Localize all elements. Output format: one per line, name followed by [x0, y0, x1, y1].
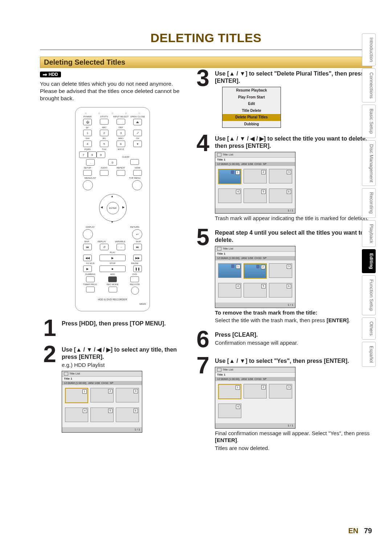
title-list-step5: Title List Title 1 12:00AM (1:00:00) JAN…: [215, 246, 295, 308]
trash-icon: [231, 264, 234, 268]
step-2: 2 Use [▲ / ▼ / ◀ / ▶] to select any titl…: [40, 344, 185, 433]
trash-icon: [256, 265, 260, 268]
remote-skip-back[interactable]: ⏮: [83, 244, 92, 250]
remote-ffwd[interactable]: ▶▶: [133, 255, 142, 261]
thumb-5[interactable]: 5: [90, 408, 114, 422]
tab-connections[interactable]: Connections: [362, 68, 376, 102]
menu-play-start[interactable]: Play From Start: [222, 94, 281, 101]
remote-rec-button[interactable]: [131, 287, 139, 295]
title-list-step4: Title List Title 1 12:00AM (1:00:00) JAN…: [215, 152, 295, 214]
remote-recmode-button[interactable]: [109, 287, 117, 292]
remote-num-8[interactable]: 8: [88, 151, 97, 158]
remote-dot[interactable]: .: [86, 159, 95, 166]
tab-introduction[interactable]: Introduction: [362, 33, 376, 66]
tab-playback[interactable]: Playback: [362, 220, 376, 247]
remote-num-4[interactable]: 4: [83, 141, 92, 147]
remote-play-button[interactable]: ▶: [99, 255, 126, 261]
remote-hdd-button[interactable]: [108, 276, 117, 282]
remote-dvd-button[interactable]: [130, 276, 139, 282]
remote-model: NB345: [79, 303, 146, 305]
right-icon[interactable]: ▶: [122, 206, 124, 209]
tab-editing[interactable]: Editing: [362, 249, 376, 273]
remote-dtvtv-button[interactable]: [100, 119, 109, 125]
right-column: 3 Use [▲ / ▼] to select "Delete Plural T…: [193, 68, 372, 457]
tab-function-setup[interactable]: Function Setup: [362, 275, 376, 315]
menu-dubbing[interactable]: Dubbing: [222, 121, 281, 128]
remote-display-button[interactable]: [83, 229, 93, 239]
remote-num-1[interactable]: 1: [83, 130, 92, 136]
thumb-6[interactable]: 6: [116, 408, 139, 422]
remote-setup-button[interactable]: [83, 170, 92, 176]
remote-rew[interactable]: ◀◀: [83, 255, 92, 261]
remote-hdmi-button[interactable]: [133, 170, 142, 176]
title-list-icon: [217, 368, 221, 372]
step-1: 1 Press [HDD], then press [TOP MENU].: [40, 318, 185, 339]
footer-lang: EN: [348, 527, 358, 535]
remote-dubbing-button[interactable]: [86, 276, 95, 282]
tab-others[interactable]: Others: [362, 317, 376, 340]
tab-disc-management[interactable]: Disc Management: [362, 140, 376, 186]
menu-title-delete[interactable]: Title Delete: [222, 108, 281, 114]
remote-num-5[interactable]: 5: [100, 141, 109, 147]
down-icon[interactable]: ▼: [111, 220, 114, 224]
remote-num-2[interactable]: 2: [100, 130, 109, 136]
remote-timer-button[interactable]: [86, 287, 95, 292]
step-number-7: 7: [193, 355, 213, 452]
remote-dpad: ENTER ▲ ▼ ◀ ▶: [93, 192, 132, 224]
remote-num-0[interactable]: 0: [108, 159, 117, 166]
remote-replay[interactable]: ↺: [100, 244, 109, 250]
remote-control: □□□□□ POWER DTV/TV INPUT SELECT OPEN/ CL…: [75, 107, 150, 311]
step-number-1: 1: [40, 318, 60, 339]
thumb-1[interactable]: 1: [65, 388, 88, 403]
remote-variable-skip[interactable]: →: [117, 244, 125, 250]
tab-basic-setup[interactable]: Basic Setup: [362, 105, 376, 138]
step-number-4: 4: [193, 133, 213, 222]
tab-recording[interactable]: Recording: [362, 188, 376, 218]
context-menu: Resume Playback Play From Start Edit Tit…: [222, 87, 281, 128]
remote-ch-down[interactable]: ▾: [133, 141, 142, 147]
remote-eject-button[interactable]: ⏏: [133, 119, 142, 125]
step-number-2: 2: [40, 344, 60, 433]
remote-menulist-button[interactable]: [83, 180, 93, 190]
menu-edit[interactable]: Edit: [222, 101, 281, 108]
remote-speed[interactable]: ▶: [83, 266, 92, 272]
page-footer: EN 79: [0, 527, 372, 535]
remote-pause-button[interactable]: ❚❚: [133, 266, 142, 272]
remote-power-label: POWER: [79, 116, 96, 118]
step-number-3: 3: [193, 68, 213, 128]
left-icon[interactable]: ◀: [101, 206, 103, 209]
up-icon[interactable]: ▲: [111, 195, 114, 198]
remote-skip-fwd[interactable]: ⏭: [133, 244, 142, 250]
remote-topmenu-button[interactable]: [132, 180, 142, 190]
remote-power-button[interactable]: ⏻: [83, 119, 92, 125]
intro-text: You can delete titles which you do not n…: [40, 80, 181, 102]
step-5: 5 Repeat step 4 until you select all the…: [193, 227, 372, 324]
remote-zoom-button[interactable]: ⤢: [133, 130, 142, 136]
tab-espanol[interactable]: Español: [362, 342, 376, 367]
remote-num-6[interactable]: 6: [117, 141, 125, 147]
remote-audio-button[interactable]: [100, 170, 109, 176]
sidebar-tabs: Introduction Connections Basic Setup Dis…: [362, 33, 376, 367]
step-number-6: 6: [193, 329, 213, 350]
remote-num-3[interactable]: 3: [117, 130, 125, 136]
thumb-3[interactable]: 3: [116, 388, 139, 402]
remote-repeat-button[interactable]: [117, 170, 125, 176]
footer-page: 79: [364, 527, 372, 535]
hdd-tag: HDD: [40, 72, 61, 77]
remote-num-7[interactable]: 7: [79, 151, 88, 158]
remote-input-button[interactable]: [117, 119, 125, 125]
step-7: 7 Use [▲ / ▼] to select "Yes", then pres…: [193, 355, 372, 452]
title-list-icon: [217, 153, 221, 157]
remote-num-9[interactable]: 9: [97, 151, 105, 158]
thumb-2[interactable]: 2: [90, 388, 114, 402]
remote-stop-button[interactable]: ■: [99, 266, 126, 272]
menu-delete-plural[interactable]: Delete Plural Titles: [222, 114, 281, 121]
thumb-4[interactable]: 4: [65, 408, 88, 422]
title-list-step7: Title List Title 1 12:00AM (1:00:00) JAN…: [215, 367, 295, 429]
menu-resume[interactable]: Resume Playback: [222, 87, 281, 94]
step-4: 4 Use [▲ / ▼ / ◀ / ▶] to select the titl…: [193, 133, 372, 222]
thumb-1-trash[interactable]: 1: [218, 169, 241, 184]
remote-clear-button[interactable]: [130, 159, 139, 165]
step-3: 3 Use [▲ / ▼] to select "Delete Plural T…: [193, 68, 372, 128]
remote-return-button[interactable]: ↩: [132, 229, 142, 239]
